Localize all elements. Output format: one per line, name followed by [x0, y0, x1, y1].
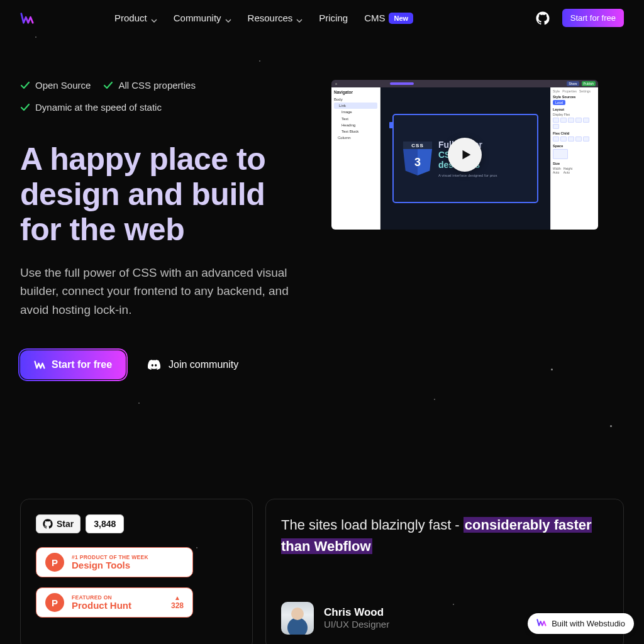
ph-bottom-label: Product Hunt: [72, 601, 131, 611]
person-role: UI/UX Designer: [324, 619, 389, 630]
breakpoint-indicator-icon: [390, 82, 414, 85]
nav-product[interactable]: Product: [114, 13, 157, 23]
video-preview-inspector: Style Properties Settings Style SourcesL…: [550, 87, 598, 230]
nav-community[interactable]: Community: [174, 13, 231, 23]
github-star-button[interactable]: Star: [36, 514, 80, 533]
webstudio-icon: [536, 618, 547, 630]
hero-subtitle: Use the full power of CSS with an advanc…: [20, 264, 313, 319]
hero: Open Source All CSS properties Dynamic a…: [0, 36, 644, 404]
producthunt-icon: P: [45, 593, 64, 612]
check-label: Dynamic at the speed of static: [35, 102, 162, 113]
publish-tag: Publish: [582, 81, 596, 86]
hero-right: Share Publish Navigator Body Link Image …: [331, 80, 624, 379]
chevron-down-icon: [296, 15, 303, 21]
check-icon: [20, 80, 30, 91]
triangle-up-icon: ▲: [171, 595, 184, 601]
check-open-source: Open Source: [20, 80, 91, 91]
nav-resources[interactable]: Resources: [248, 13, 303, 23]
producthunt-icon: P: [45, 553, 64, 572]
nav-resources-label: Resources: [248, 13, 293, 23]
github-star-count: 3,848: [86, 514, 124, 533]
check-icon: [20, 103, 30, 113]
nav-cms[interactable]: CMS New: [364, 13, 413, 24]
avatar: [281, 602, 314, 635]
share-tag: Share: [567, 81, 579, 86]
nav-cms-label: CMS: [364, 13, 385, 23]
hero-left: Open Source All CSS properties Dynamic a…: [20, 80, 313, 379]
hero-ctas: Start for free Join community: [20, 350, 313, 379]
video-preview[interactable]: Share Publish Navigator Body Link Image …: [331, 80, 598, 230]
logo-icon[interactable]: [20, 11, 34, 25]
chevron-down-icon: [151, 15, 157, 21]
header-right: Start for free: [536, 9, 624, 27]
nav-pricing-label: Pricing: [319, 13, 348, 23]
check-label: All CSS properties: [118, 80, 196, 91]
nav-pricing[interactable]: Pricing: [319, 13, 348, 23]
nav-community-label: Community: [174, 13, 221, 23]
start-for-free-button-hero[interactable]: Start for free: [20, 350, 126, 379]
hero-title: A happy place to design and build for th…: [20, 142, 313, 247]
built-with-webstudio-pill[interactable]: Built with Webstudio: [528, 613, 634, 634]
cta-label: Start for free: [52, 359, 112, 370]
play-button[interactable]: [448, 138, 482, 172]
navigator-title: Navigator: [334, 90, 377, 94]
github-star-widget: Star 3,848: [36, 514, 237, 533]
check-all-css: All CSS properties: [103, 80, 196, 91]
discord-icon: [147, 359, 161, 370]
video-preview-topbar: Share Publish: [331, 80, 598, 87]
pill-label: Built with Webstudio: [552, 619, 625, 628]
css-shield-icon: CSS 3: [403, 142, 432, 175]
join-community-button[interactable]: Join community: [147, 359, 238, 370]
producthunt-badge-week[interactable]: P #1 PRODUCT OF THE WEEK Design Tools: [36, 547, 193, 577]
chevron-down-icon: [225, 15, 231, 21]
start-for-free-button-header[interactable]: Start for free: [562, 9, 624, 27]
video-preview-navigator: Navigator Body Link Image Text Heading T…: [331, 87, 380, 230]
ph-bottom-label: Design Tools: [72, 560, 148, 571]
producthunt-badge-featured[interactable]: P FEATURED ON Product Hunt ▲ 328: [36, 587, 193, 618]
cta-label: Join community: [169, 359, 238, 370]
new-badge: New: [389, 13, 413, 24]
testimonial-quote: The sites load blazingly fast - consider…: [281, 514, 608, 557]
check-dynamic: Dynamic at the speed of static: [20, 102, 313, 113]
webstudio-icon: [34, 359, 45, 370]
social-proof-row: Star 3,848 P #1 PRODUCT OF THE WEEK Desi…: [0, 404, 644, 644]
site-header: Product Community Resources Pricing CMS …: [0, 0, 644, 36]
check-label: Open Source: [35, 80, 91, 91]
ph-upvotes: ▲ 328: [171, 595, 184, 610]
social-badges-card: Star 3,848 P #1 PRODUCT OF THE WEEK Desi…: [20, 499, 253, 644]
person-name: Chris Wood: [324, 606, 389, 619]
main-nav: Product Community Resources Pricing CMS …: [114, 13, 413, 24]
check-icon: [103, 80, 113, 91]
star-label: Star: [57, 519, 74, 529]
nav-product-label: Product: [114, 13, 147, 23]
feature-checks: Open Source All CSS properties Dynamic a…: [20, 80, 313, 113]
github-icon[interactable]: [536, 11, 550, 25]
